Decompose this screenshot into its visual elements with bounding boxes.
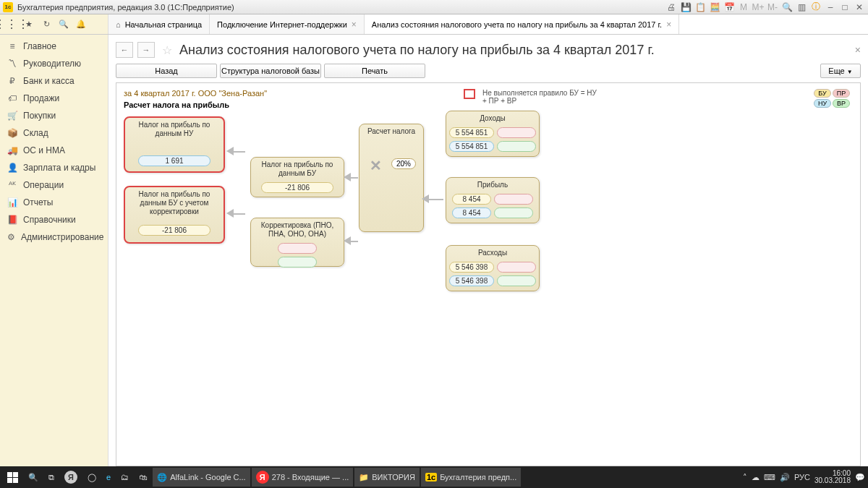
home-icon: ⌂ (116, 20, 121, 29)
info-icon[interactable]: ⓘ (810, 1, 822, 13)
bell-icon[interactable]: 🔔 (75, 19, 87, 30)
more-label: Еще (828, 67, 844, 75)
block-expenses[interactable]: Расходы 5 546 398 5 546 398 (446, 245, 540, 291)
titlebar-icons: 🖨 💾 📋 🧮 📅 M M+ M- 🔍 ▥ ⓘ – □ ✕ (665, 1, 865, 13)
nav-forward-button[interactable]: → (137, 42, 155, 58)
badge-br: ВР (833, 99, 850, 108)
print-icon[interactable]: 🖨 (665, 1, 677, 13)
structure-button[interactable]: Структура налоговой базы (220, 64, 321, 78)
sidebar-item-purchases[interactable]: 🛒Покупки (0, 107, 108, 124)
panel-icon[interactable]: ▥ (796, 1, 807, 13)
cart-icon: 🛒 (7, 111, 17, 121)
bank-icon: ₽ (7, 76, 17, 86)
block-title: Налог на прибыль по данным БУ (251, 158, 344, 181)
block-tax-nu[interactable]: Налог на прибыль по данным НУ 1 691 (124, 116, 225, 173)
warning-box-icon (464, 89, 475, 99)
search-toolbar-icon[interactable]: 🔍 (58, 19, 69, 30)
pill-br (497, 275, 536, 286)
content-area: ← → ☆ Анализ состояния налогового учета … (109, 35, 868, 466)
report-icon: 📊 (7, 197, 17, 207)
search-icon[interactable]: 🔍 (781, 1, 793, 13)
block-title: Прибыль (446, 178, 539, 192)
pill-pr (497, 127, 536, 138)
report-panel: за 4 квартал 2017 г. ООО "Зена-Разан" Ра… (116, 82, 861, 466)
more-button[interactable]: Еще ▼ (820, 64, 861, 78)
back-button[interactable]: Назад (116, 64, 217, 78)
sidebar-item-label: Склад (23, 128, 48, 138)
block-calc[interactable]: Расчет налога (359, 124, 424, 232)
favorite-star-icon[interactable]: ☆ (162, 43, 172, 57)
m-minus-icon[interactable]: M- (767, 1, 778, 13)
m-plus-icon[interactable]: M+ (752, 1, 764, 13)
tag-icon: 🏷 (7, 93, 17, 103)
multiply-icon: ✕ (370, 157, 382, 174)
pill-br (494, 207, 533, 218)
pill-br (497, 141, 536, 152)
badge-pr: ПР (833, 89, 850, 98)
tab-home[interactable]: ⌂ Начальная страница (109, 14, 210, 34)
tab-close-icon[interactable]: × (666, 20, 671, 30)
close-icon[interactable]: ✕ (854, 1, 865, 13)
calendar-icon[interactable]: 📅 (723, 1, 735, 13)
sidebar-item-main[interactable]: ≡Главное (0, 38, 108, 55)
page-header: ← → ☆ Анализ состояния налогового учета … (116, 39, 861, 64)
pill-br (278, 257, 317, 267)
tab-internet-support[interactable]: Подключение Интернет-поддержки × (210, 14, 365, 34)
rule-legend: Не выполняется правило БУ = НУ + ПР + ВР (464, 89, 598, 105)
menu-icon: ≡ (7, 41, 17, 51)
block-correction[interactable]: Корректировка (ПНО, ПНА, ОНО, ОНА) (250, 218, 344, 267)
sidebar-item-reports[interactable]: 📊Отчеты (0, 194, 108, 211)
sidebar-item-warehouse[interactable]: 📦Склад (0, 124, 108, 142)
tab-home-label: Начальная страница (125, 20, 202, 29)
block-profit[interactable]: Прибыль 8 454 8 454 (446, 177, 540, 223)
tab-tax-analysis[interactable]: Анализ состояния налогового учета по нал… (365, 14, 679, 34)
print-button[interactable]: Печать (324, 64, 425, 78)
block-title: Корректировка (ПНО, ПНА, ОНО, ОНА) (251, 218, 344, 241)
legend-badges: БУ ПР НУ ВР (814, 89, 850, 108)
badge-nu: НУ (814, 99, 831, 108)
block-tax-bu[interactable]: Налог на прибыль по данным БУ -21 806 (250, 157, 344, 197)
ops-icon: ᴬᴷ (7, 180, 17, 190)
value-bu: -21 806 (261, 182, 333, 193)
tab-close-icon[interactable]: × (352, 20, 357, 30)
sidebar-item-manager[interactable]: 〽Руководителю (0, 55, 108, 72)
page-close-icon[interactable]: × (855, 44, 861, 56)
apps-icon[interactable]: ⋮⋮⋮ (6, 19, 17, 30)
legend-text: Не выполняется правило БУ = НУ + ПР + ВР (482, 89, 598, 105)
maximize-icon[interactable]: □ (839, 1, 851, 13)
badge-bu: БУ (814, 89, 831, 98)
arrow-icon (226, 147, 234, 155)
block-income[interactable]: Доходы 5 554 851 5 554 851 (446, 111, 540, 157)
arrow-icon (422, 194, 429, 203)
history-icon[interactable]: ↻ (41, 19, 52, 30)
save-icon[interactable]: 💾 (680, 1, 692, 13)
block-tax-bu-corr[interactable]: Налог на прибыль по данным БУ с учетом к… (124, 186, 225, 244)
minimize-icon[interactable]: – (825, 1, 836, 13)
sidebar-item-directories[interactable]: 📕Справочники (0, 211, 108, 228)
block-title: Расчет налога (359, 124, 423, 139)
nav-back-button[interactable]: ← (116, 42, 133, 58)
sidebar-item-operations[interactable]: ᴬᴷОперации (0, 176, 108, 194)
sidebar-item-salary[interactable]: 👤Зарплата и кадры (0, 159, 108, 176)
block-title: Расходы (446, 246, 539, 260)
value-nu: 1 691 (138, 155, 210, 166)
sidebar-item-assets[interactable]: 🚚ОС и НМА (0, 142, 108, 159)
pill-pr (494, 194, 533, 205)
clipboard-icon[interactable]: 📋 (694, 1, 706, 13)
gear-icon: ⚙ (7, 232, 15, 242)
person-icon: 👤 (7, 163, 17, 173)
diagram: Налог на прибыль по данным НУ 1 691 Нало… (124, 116, 853, 341)
arrow-icon (226, 209, 234, 218)
sidebar-item-sales[interactable]: 🏷Продажи (0, 90, 108, 107)
arrow-icon (344, 236, 351, 245)
value-bu: 5 554 851 (449, 127, 495, 138)
sidebar-item-admin[interactable]: ⚙Администрирование (0, 228, 108, 246)
calc-icon[interactable]: 🧮 (709, 1, 720, 13)
star-icon[interactable]: ★ (23, 19, 35, 30)
arrow-icon (344, 173, 351, 181)
sidebar-item-bank[interactable]: ₽Банк и касса (0, 72, 108, 90)
m-icon[interactable]: M (738, 1, 749, 13)
truck-icon: 🚚 (7, 145, 17, 155)
sidebar-item-label: ОС и НМА (23, 145, 65, 155)
block-title: Доходы (446, 111, 539, 126)
